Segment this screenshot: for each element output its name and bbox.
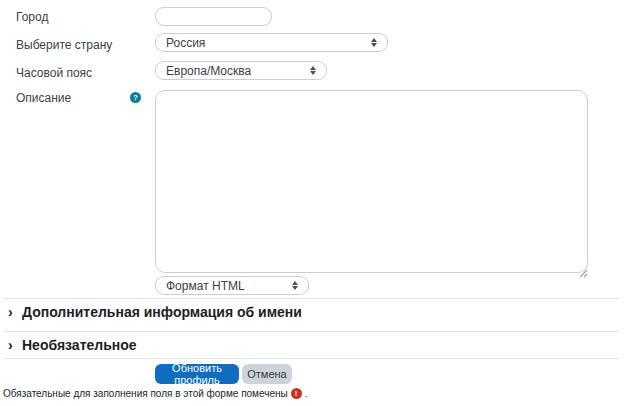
description-textarea[interactable] (155, 90, 588, 273)
chevron-right-icon: › (8, 304, 13, 320)
help-icon[interactable]: ? (130, 92, 141, 103)
section-toggle-additional-names[interactable]: › Дополнительная информация об имени (0, 301, 624, 323)
format-selected-value: Формат HTML (166, 279, 245, 293)
required-note-text: Обязательные для заполнения поля в этой … (3, 388, 288, 399)
section-label: Дополнительная информация об имени (22, 304, 302, 320)
section-toggle-optional[interactable]: › Необязательное (0, 334, 624, 356)
timezone-selected-value: Европа/Москва (166, 64, 251, 78)
select-caret-icon (371, 38, 377, 47)
description-label: Описание (16, 91, 71, 105)
timezone-select[interactable]: Европа/Москва (155, 61, 327, 80)
country-select[interactable]: Россия (155, 33, 388, 52)
cancel-button[interactable]: Отмена (242, 364, 292, 384)
required-note-period: . (305, 388, 308, 399)
resize-grip-icon[interactable] (579, 264, 588, 273)
section-label: Необязательное (22, 337, 137, 353)
timezone-label: Часовой пояс (16, 66, 92, 80)
select-caret-icon (292, 281, 298, 290)
city-input[interactable] (155, 7, 272, 26)
divider (4, 298, 619, 299)
profile-edit-form: Город Выберите страну Россия Часовой поя… (0, 0, 624, 406)
city-label: Город (16, 10, 48, 24)
required-note: Обязательные для заполнения поля в этой … (3, 388, 307, 399)
divider (4, 358, 619, 359)
format-select[interactable]: Формат HTML (155, 276, 309, 295)
select-caret-icon (310, 66, 316, 75)
divider (4, 331, 619, 332)
country-selected-value: Россия (166, 36, 205, 50)
required-icon: ! (291, 388, 302, 399)
country-label: Выберите страну (16, 38, 112, 52)
update-profile-button[interactable]: Обновить профиль (155, 364, 239, 384)
chevron-right-icon: › (8, 337, 13, 353)
